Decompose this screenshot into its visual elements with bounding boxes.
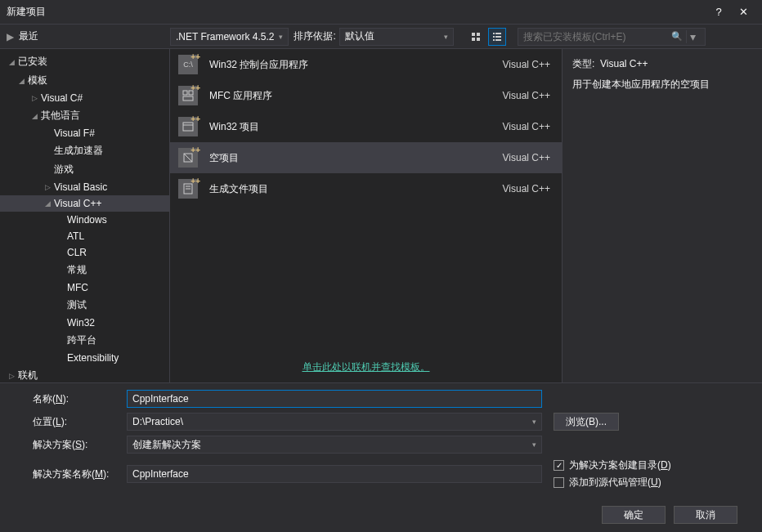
sidebar-item[interactable]: 常规 [0, 261, 169, 279]
template-label: 生成文件项目 [209, 182, 503, 196]
location-value: D:\Practice\ [132, 416, 183, 427]
svg-rect-8 [493, 39, 495, 41]
source-control-checkbox[interactable]: 添加到源代码管理(U) [554, 476, 671, 490]
checkbox-icon [554, 460, 564, 471]
search-field[interactable] [523, 31, 671, 42]
sidebar-accel[interactable]: 生成加速器 [0, 141, 169, 160]
solution-label: 解决方案(S): [33, 438, 127, 452]
template-label: 空项目 [209, 151, 503, 165]
location-label: 位置(L): [33, 415, 127, 429]
chevron-down-icon: ▾ [532, 440, 536, 449]
detail-description: 用于创建本地应用程序的空项目 [572, 78, 752, 92]
svg-rect-1 [477, 33, 480, 36]
empty-project-icon: ++ [178, 148, 198, 168]
view-list-button[interactable] [488, 28, 506, 46]
svg-rect-2 [472, 38, 475, 41]
svg-rect-9 [495, 39, 501, 41]
search-icon: 🔍 [671, 31, 683, 42]
browse-button[interactable]: 浏览(B)... [554, 413, 619, 431]
template-lang: Visual C++ [503, 152, 550, 163]
sidebar-game[interactable]: 游戏 [0, 160, 169, 179]
name-label: 名称(N): [33, 392, 127, 406]
toolbar: ▶ 最近 .NET Framework 4.5.2 ▾ 排序依据: 默认值 ▾ … [0, 25, 762, 49]
svg-rect-5 [495, 33, 501, 34]
sidebar-fsharp[interactable]: Visual F# [0, 125, 169, 141]
detail-type: 类型: Visual C++ [572, 57, 752, 71]
online-templates-link[interactable]: 单击此处以联机并查找模板。 [170, 352, 562, 382]
search-input[interactable]: 🔍 ▾ [518, 28, 706, 46]
console-icon: C:\++ [178, 55, 198, 74]
sidebar-item[interactable]: ATL [0, 228, 169, 244]
chevron-down-icon: ▾ [444, 33, 448, 41]
svg-rect-13 [183, 123, 193, 131]
search-dropdown-button[interactable]: ▾ [686, 30, 700, 43]
framework-value: .NET Framework 4.5.2 [176, 31, 274, 42]
template-row[interactable]: ++ MFC 应用程序 Visual C++ [170, 80, 562, 111]
svg-rect-0 [472, 33, 475, 36]
template-lang: Visual C++ [503, 90, 550, 101]
checkbox-icon [554, 477, 564, 488]
sidebar-vb[interactable]: ▷Visual Basic [0, 179, 169, 195]
recent-label[interactable]: 最近 [19, 29, 38, 43]
template-lang: Visual C++ [503, 121, 550, 132]
sidebar-item[interactable]: 测试 [0, 296, 169, 315]
template-row[interactable]: ++ 生成文件项目 Visual C++ [170, 173, 562, 204]
svg-rect-12 [183, 96, 193, 101]
chevron-down-icon: ▾ [532, 418, 536, 426]
sidebar-vcpp[interactable]: ◢Visual C++ [0, 195, 169, 212]
template-label: Win32 控制台应用程序 [209, 58, 503, 72]
help-button[interactable]: ? [706, 0, 731, 25]
svg-rect-7 [495, 36, 501, 38]
sort-label: 排序依据: [294, 29, 335, 43]
win32-icon: ++ [178, 117, 198, 136]
solution-combo[interactable]: 创建新解决方案 ▾ [127, 436, 542, 454]
svg-rect-6 [493, 36, 495, 38]
sort-value: 默认值 [345, 29, 374, 43]
title-bar: 新建项目 ? ✕ [0, 0, 762, 25]
svg-rect-3 [477, 38, 480, 41]
template-row[interactable]: ++ Win32 项目 Visual C++ [170, 111, 562, 142]
project-name-input[interactable] [127, 390, 542, 408]
svg-rect-4 [493, 33, 495, 34]
ok-button[interactable]: 确定 [602, 506, 666, 524]
template-lang: Visual C++ [503, 59, 550, 70]
solution-name-input[interactable] [127, 465, 542, 483]
solution-name-label: 解决方案名称(M): [33, 467, 127, 481]
bottom-form: 名称(N): 位置(L): D:\Practice\ ▾ 浏览(B)... 解决… [0, 382, 762, 501]
sidebar: ◢已安装 ◢模板 ▷Visual C# ◢其他语言 Visual F# 生成加速… [0, 49, 170, 382]
svg-line-16 [184, 154, 192, 162]
dialog-buttons: 确定 取消 [0, 501, 762, 532]
svg-rect-10 [183, 91, 187, 95]
framework-dropdown[interactable]: .NET Framework 4.5.2 ▾ [170, 28, 289, 46]
sidebar-item[interactable]: Extensibility [0, 350, 169, 366]
sidebar-installed[interactable]: ◢已安装 [0, 52, 169, 71]
chevron-down-icon: ▾ [279, 33, 283, 41]
template-lang: Visual C++ [503, 183, 550, 194]
create-dir-checkbox[interactable]: 为解决方案创建目录(D) [554, 458, 671, 472]
sidebar-item[interactable]: Win32 [0, 315, 169, 331]
view-icons-button[interactable] [467, 28, 485, 46]
sidebar-item[interactable]: CLR [0, 244, 169, 261]
sidebar-other-lang[interactable]: ◢其他语言 [0, 106, 169, 125]
sidebar-item[interactable]: Windows [0, 212, 169, 228]
makefile-icon: ++ [178, 179, 198, 199]
chevron-right-icon: ▶ [7, 31, 14, 42]
mfc-icon: ++ [178, 86, 198, 105]
close-button[interactable]: ✕ [731, 0, 755, 25]
detail-panel: 类型: Visual C++ 用于创建本地应用程序的空项目 [562, 49, 762, 382]
sidebar-online[interactable]: ▷联机 [0, 366, 169, 382]
sidebar-csharp[interactable]: ▷Visual C# [0, 90, 169, 106]
solution-value: 创建新解决方案 [132, 438, 201, 452]
sort-dropdown[interactable]: 默认值 ▾ [339, 28, 454, 46]
location-combo[interactable]: D:\Practice\ ▾ [127, 413, 542, 431]
template-row-selected[interactable]: ++ 空项目 Visual C++ [170, 142, 562, 173]
sidebar-item[interactable]: 跨平台 [0, 331, 169, 350]
cancel-button[interactable]: 取消 [674, 506, 737, 524]
window-title: 新建项目 [7, 5, 706, 19]
template-row[interactable]: C:\++ Win32 控制台应用程序 Visual C++ [170, 49, 562, 80]
template-list: C:\++ Win32 控制台应用程序 Visual C++ ++ MFC 应用… [170, 49, 562, 382]
sidebar-templates[interactable]: ◢模板 [0, 71, 169, 90]
sidebar-item[interactable]: MFC [0, 279, 169, 296]
template-label: Win32 项目 [209, 120, 503, 134]
template-label: MFC 应用程序 [209, 89, 503, 103]
